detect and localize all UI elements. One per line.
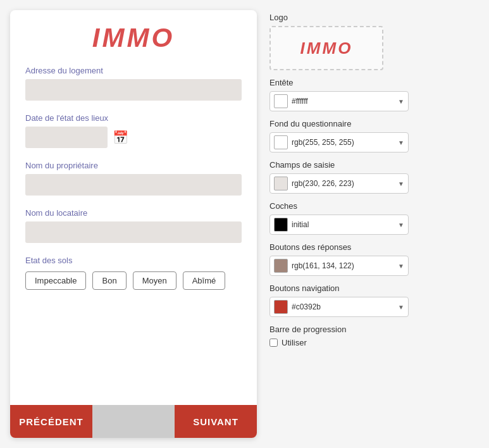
fond-dropdown-arrow[interactable]: ▼ xyxy=(398,139,404,146)
right-coches: Coches initial ▼ xyxy=(269,201,479,235)
logo-preview-box: IMMO xyxy=(269,26,383,70)
entete-label: Entête xyxy=(269,78,479,87)
champs-value: rgb(230, 226, 223) xyxy=(292,179,398,188)
label-etat-sols: Etat des sols xyxy=(25,256,242,265)
boutons-nav-swatch xyxy=(274,300,288,314)
label-adresse: Adresse du logement xyxy=(25,66,242,75)
barre-checkbox[interactable] xyxy=(269,339,278,347)
field-proprietaire: Nom du propriétaire xyxy=(25,161,242,196)
option-abime[interactable]: Abîmé xyxy=(183,271,226,290)
etat-sols-options: Impeccable Bon Moyen Abîmé xyxy=(25,271,242,290)
label-locataire: Nom du locataire xyxy=(25,208,242,218)
champs-label: Champs de saisie xyxy=(269,160,479,170)
fond-value: rgb(255, 255, 255) xyxy=(292,138,398,147)
barre-checkbox-label: Utiliser xyxy=(282,338,307,347)
coches-value: initial xyxy=(292,220,398,229)
form-scroll-area: IMMO Adresse du logement Date de l'état … xyxy=(10,10,257,405)
right-logo-label: Logo xyxy=(269,13,479,22)
boutons-nav-dropdown-arrow[interactable]: ▼ xyxy=(398,304,404,311)
coches-color-row[interactable]: initial ▼ xyxy=(269,215,409,235)
entete-swatch xyxy=(274,94,288,108)
champs-color-row[interactable]: rgb(230, 226, 223) ▼ xyxy=(269,173,409,194)
field-etat-sols: Etat des sols Impeccable Bon Moyen Abîmé xyxy=(25,256,242,290)
coches-swatch xyxy=(274,218,288,232)
input-proprietaire[interactable] xyxy=(25,174,242,196)
input-date[interactable] xyxy=(25,127,108,148)
logo-preview-text: IMMO xyxy=(300,39,353,58)
boutons-reponses-value: rgb(161, 134, 122) xyxy=(292,261,398,270)
barre-label: Barre de progression xyxy=(269,325,479,334)
coches-label: Coches xyxy=(269,201,479,211)
right-boutons-reponses: Boutons des réponses rgb(161, 134, 122) … xyxy=(269,242,479,276)
champs-swatch xyxy=(274,177,288,190)
right-barre: Barre de progression Utiliser xyxy=(269,325,479,347)
nav-mid xyxy=(92,405,175,438)
boutons-nav-value: #c0392b xyxy=(292,302,398,311)
option-impeccable[interactable]: Impeccable xyxy=(25,271,86,290)
boutons-nav-color-row[interactable]: #c0392b ▼ xyxy=(269,297,409,317)
barre-checkbox-row: Utiliser xyxy=(269,338,479,347)
option-moyen[interactable]: Moyen xyxy=(133,271,176,290)
form-logo: IMMO xyxy=(25,23,242,53)
calendar-icon[interactable]: 📅 xyxy=(113,130,128,145)
label-proprietaire: Nom du propriétaire xyxy=(25,161,242,170)
right-logo-section: Logo IMMO xyxy=(269,13,479,70)
nav-bar: PRÉCÉDENT SUIVANT xyxy=(10,405,257,438)
next-button[interactable]: SUIVANT xyxy=(175,405,257,438)
input-adresse[interactable] xyxy=(25,79,242,101)
field-date: Date de l'état des lieux 📅 xyxy=(25,113,242,148)
left-panel: IMMO Adresse du logement Date de l'état … xyxy=(10,10,257,438)
input-locataire[interactable] xyxy=(25,221,242,243)
fond-label: Fond du questionnaire xyxy=(269,119,479,128)
entete-value: #ffffff xyxy=(292,97,398,106)
right-entete: Entête #ffffff ▼ xyxy=(269,78,479,111)
date-row: 📅 xyxy=(25,127,242,148)
entete-dropdown-arrow[interactable]: ▼ xyxy=(398,98,404,105)
right-panel: Logo IMMO Entête #ffffff ▼ Fond du quest… xyxy=(269,10,479,438)
coches-dropdown-arrow[interactable]: ▼ xyxy=(398,221,404,228)
option-bon[interactable]: Bon xyxy=(92,271,126,290)
fond-swatch xyxy=(274,135,288,149)
boutons-reponses-swatch xyxy=(274,259,288,273)
boutons-reponses-dropdown-arrow[interactable]: ▼ xyxy=(398,263,404,270)
field-adresse: Adresse du logement xyxy=(25,66,242,101)
boutons-reponses-label: Boutons des réponses xyxy=(269,242,479,252)
fond-color-row[interactable]: rgb(255, 255, 255) ▼ xyxy=(269,132,409,152)
right-boutons-nav: Boutons navigation #c0392b ▼ xyxy=(269,283,479,317)
boutons-reponses-color-row[interactable]: rgb(161, 134, 122) ▼ xyxy=(269,256,409,276)
champs-dropdown-arrow[interactable]: ▼ xyxy=(398,180,404,187)
label-date: Date de l'état des lieux xyxy=(25,113,242,123)
prev-button[interactable]: PRÉCÉDENT xyxy=(10,405,92,438)
field-locataire: Nom du locataire xyxy=(25,208,242,243)
boutons-nav-label: Boutons navigation xyxy=(269,283,479,293)
entete-color-row[interactable]: #ffffff ▼ xyxy=(269,91,409,111)
right-fond: Fond du questionnaire rgb(255, 255, 255)… xyxy=(269,119,479,152)
right-champs: Champs de saisie rgb(230, 226, 223) ▼ xyxy=(269,160,479,194)
